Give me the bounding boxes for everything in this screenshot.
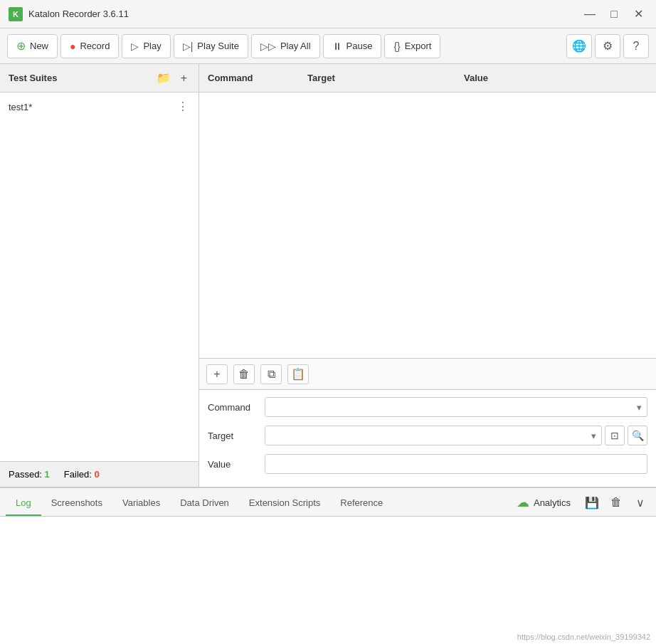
test-suite-item[interactable]: test1* ⋮: [0, 95, 199, 118]
help-icon: ?: [633, 40, 640, 53]
copy-icon: ⧉: [268, 368, 275, 381]
tab-variables[interactable]: Variables: [112, 490, 170, 516]
gear-icon: ⚙: [603, 39, 613, 53]
paste-command-button[interactable]: 📋: [287, 364, 309, 384]
analytics-label: Analytics: [534, 497, 571, 508]
play-all-icon: ▷▷: [260, 41, 276, 52]
command-prop-row: Command ▾: [208, 396, 647, 418]
pause-button[interactable]: ⏸ Pause: [323, 34, 382, 58]
expand-log-button[interactable]: ∨: [630, 492, 650, 512]
play-label: Play: [143, 41, 161, 51]
record-button[interactable]: ● Record: [60, 34, 119, 58]
tab-log[interactable]: Log: [6, 490, 41, 516]
left-panel: Test Suites 📁 + test1* ⋮ Passed: 1: [0, 64, 199, 487]
command-prop-label: Command: [208, 402, 265, 413]
passed-label: Passed: 1: [9, 469, 50, 480]
tab-extension-scripts[interactable]: Extension Scripts: [239, 490, 330, 516]
left-panel-header: Test Suites 📁 +: [0, 64, 199, 93]
trash-icon: 🗑: [238, 368, 250, 381]
command-select[interactable]: [265, 397, 647, 417]
properties-area: Command ▾ Target ▾ ⊡: [199, 389, 656, 487]
tabs-right: ☁ Analytics 💾 🗑 ∨: [509, 492, 650, 516]
passed-count: 1: [45, 469, 50, 480]
add-command-button[interactable]: +: [206, 364, 228, 384]
maximize-button[interactable]: □: [605, 5, 623, 23]
play-suite-icon: ▷|: [183, 41, 194, 52]
close-button[interactable]: ✕: [629, 5, 647, 23]
pause-label: Pause: [346, 41, 373, 51]
command-column-header: Command: [199, 73, 299, 83]
target-prop-label: Target: [208, 431, 265, 441]
delete-log-icon: 🗑: [610, 496, 622, 509]
add-icon: +: [181, 72, 187, 84]
add-suite-button[interactable]: +: [178, 70, 190, 86]
commands-area: [199, 93, 656, 358]
watermark: https://blog.csdn.net/weixin_39199342: [517, 633, 650, 641]
play-suite-button[interactable]: ▷| Play Suite: [174, 34, 248, 58]
tab-screenshots[interactable]: Screenshots: [41, 490, 112, 516]
new-button[interactable]: ⊕ New: [7, 34, 58, 58]
play-all-label: Play All: [280, 41, 311, 51]
value-prop-label: Value: [208, 459, 265, 470]
folder-icon: 📁: [157, 72, 171, 84]
tab-reference[interactable]: Reference: [330, 490, 393, 516]
left-panel-actions: 📁 +: [154, 70, 190, 86]
settings-button[interactable]: ⚙: [595, 34, 620, 58]
app-title: Katalon Recorder 3.6.11: [28, 9, 129, 19]
right-panel: Command Target Value + 🗑 ⧉ 📋 Comm: [199, 64, 656, 487]
analytics-button[interactable]: ☁ Analytics: [509, 492, 578, 513]
new-label: New: [30, 41, 48, 51]
copy-command-button[interactable]: ⧉: [260, 364, 282, 384]
clear-log-button[interactable]: 🗑: [606, 492, 626, 512]
failed-label: Failed: 0: [64, 469, 100, 480]
left-panel-content: test1* ⋮: [0, 93, 199, 461]
title-bar-left: K Katalon Recorder 3.6.11: [9, 7, 129, 21]
target-actions: ⊡ 🔍: [605, 426, 647, 445]
toolbar-right: 🌐 ⚙ ?: [566, 34, 649, 58]
play-icon: ▷: [131, 41, 139, 52]
play-button[interactable]: ▷ Play: [122, 34, 170, 58]
plus-circle-icon: ⊕: [16, 39, 26, 53]
target-input-wrapper: ▾: [265, 426, 602, 445]
delete-command-button[interactable]: 🗑: [233, 364, 255, 384]
cloud-icon: ☁: [517, 495, 529, 510]
test-suite-menu-button[interactable]: ⋮: [176, 101, 190, 112]
export-button[interactable]: {} Export: [384, 34, 440, 58]
play-suite-label: Play Suite: [197, 41, 239, 51]
title-bar: K Katalon Recorder 3.6.11 — □ ✕: [0, 0, 656, 28]
target-input[interactable]: [265, 426, 602, 445]
target-column-header: Target: [299, 73, 455, 83]
tabs-bar: Log Screenshots Variables Data Driven Ex…: [0, 488, 656, 517]
test-suites-title: Test Suites: [9, 73, 57, 83]
value-input[interactable]: [265, 454, 647, 474]
search-icon: 🔍: [632, 430, 644, 441]
test-suite-name: test1*: [9, 102, 32, 112]
target-select-button[interactable]: ⊡: [605, 426, 625, 445]
pause-icon: ⏸: [332, 41, 342, 52]
command-toolbar: + 🗑 ⧉ 📋: [199, 358, 656, 389]
add-row-icon: +: [213, 368, 220, 381]
paste-icon: 📋: [291, 367, 305, 381]
title-controls: — □ ✕: [581, 5, 647, 23]
app-logo: K: [9, 7, 23, 21]
export-label: Export: [405, 41, 432, 51]
target-prop-row: Target ▾ ⊡ 🔍: [208, 424, 647, 447]
folder-open-button[interactable]: 📁: [154, 70, 174, 86]
globe-button[interactable]: 🌐: [566, 34, 592, 58]
export-braces-icon: {}: [393, 41, 400, 52]
save-icon: 💾: [585, 496, 599, 510]
play-all-button[interactable]: ▷▷ Play All: [251, 34, 320, 58]
record-label: Record: [80, 41, 110, 51]
right-panel-header: Command Target Value: [199, 64, 656, 93]
chevron-down-icon: ∨: [636, 496, 645, 510]
toolbar: ⊕ New ● Record ▷ Play ▷| Play Suite ▷▷ P…: [0, 28, 656, 64]
save-log-button[interactable]: 💾: [582, 492, 602, 512]
help-button[interactable]: ?: [623, 34, 649, 58]
status-bar: Passed: 1 Failed: 0: [0, 461, 199, 487]
command-input-wrapper: ▾: [265, 397, 647, 417]
minimize-button[interactable]: —: [581, 5, 599, 23]
target-find-button[interactable]: 🔍: [628, 426, 647, 445]
value-prop-row: Value: [208, 453, 647, 475]
record-icon: ●: [70, 41, 75, 52]
tab-data-driven[interactable]: Data Driven: [170, 490, 239, 516]
